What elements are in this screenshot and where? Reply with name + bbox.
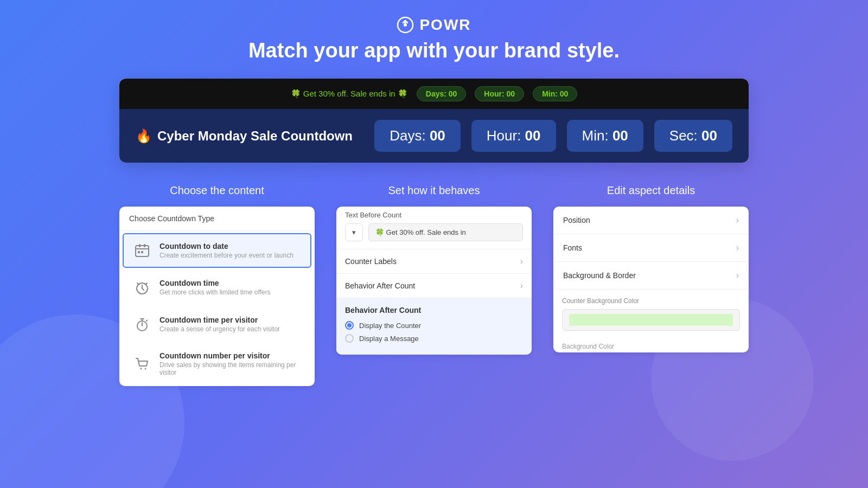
countdown-time-per-visitor-item[interactable]: Countdown time per visitor Create a sens… [123, 307, 311, 342]
text-before-count-label: Text Before Count [345, 211, 523, 219]
svg-point-9 [141, 368, 142, 370]
text-before-dropdown[interactable]: ▾ [345, 223, 363, 241]
svg-point-1 [404, 23, 407, 27]
col1-title: Choose the content [170, 184, 264, 197]
counter-bg-color-label: Counter Background Color [562, 297, 740, 305]
tagline: Match your app with your brand style. [248, 39, 620, 62]
col3-card: Position › Fonts › Background & Border ›… [553, 207, 749, 352]
banner-text: 🍀 Get 30% off. Sale ends in 🍀 [291, 89, 408, 99]
svg-rect-6 [141, 251, 143, 253]
behavior-expanded-section: Behavior After Count Display the Counter… [336, 298, 532, 355]
behavior-after-count-label: Behavior After Count [345, 281, 415, 290]
counter-bg-color-input[interactable] [562, 309, 740, 331]
radio-dot-counter [345, 321, 354, 330]
sec-label: Sec: [669, 127, 698, 144]
svg-rect-4 [144, 244, 145, 247]
position-row[interactable]: Position › [553, 207, 749, 234]
behavior-after-count-row[interactable]: Behavior After Count › [336, 274, 532, 298]
preview-banner-dark: 🍀 Get 30% off. Sale ends in 🍀 Days: 00 H… [119, 79, 749, 109]
alarm-clock-icon [132, 278, 152, 297]
header: POWR Match your app with your brand styl… [248, 16, 620, 62]
column-behavior: Set how it behaves Text Before Count ▾ 🍀… [336, 184, 532, 355]
text-before-input[interactable]: 🍀 Get 30% off. Sale ends in [368, 223, 523, 241]
bg-border-label: Background & Border [563, 271, 636, 280]
countdown-time-desc: Get more clicks with limited time offers [159, 288, 271, 296]
preview-emoji: 🔥 [136, 129, 152, 144]
countdown-number-item[interactable]: Countdown number per visitor Drive sales… [123, 344, 311, 384]
countdown-time-text: Countdown time Get more clicks with limi… [159, 279, 271, 296]
columns-row: Choose the content Choose Countdown Type [119, 184, 749, 386]
svg-rect-3 [139, 244, 141, 247]
radio-dot-message [345, 334, 354, 343]
powr-logo-icon [397, 16, 414, 34]
logo-text: POWR [419, 16, 471, 34]
background-border-row[interactable]: Background & Border › [553, 262, 749, 290]
min-num: 00 [612, 127, 628, 144]
col1-card: Choose Countdown Type Countdo [119, 207, 315, 386]
counter-labels-row[interactable]: Counter Labels › [336, 249, 532, 274]
countdown-to-date-text: Countdown to date Create excitement befo… [159, 242, 293, 259]
text-before-count-wrapper: Text Before Count ▾ 🍀 Get 30% off. Sale … [336, 207, 532, 249]
countdown-to-date-desc: Create excitement before your event or l… [159, 252, 293, 259]
col1-card-header: Choose Countdown Type [119, 207, 315, 231]
countdown-number-title: Countdown number per visitor [159, 351, 302, 360]
text-before-row: ▾ 🍀 Get 30% off. Sale ends in [345, 223, 523, 241]
radio-label-counter: Display the Counter [359, 322, 421, 330]
logo-row: POWR [397, 16, 471, 34]
preview-container: 🍀 Get 30% off. Sale ends in 🍀 Days: 00 H… [119, 79, 749, 163]
col2-title: Set how it behaves [388, 184, 480, 197]
counter-bg-color-section: Counter Background Color [553, 290, 749, 338]
min-label: Min: [582, 127, 609, 144]
banner-min: Min: 00 [533, 86, 577, 101]
countdown-hour-box: Hour: 00 [471, 120, 556, 152]
banner-days: Days: 00 [417, 86, 467, 101]
column-content: Choose the content Choose Countdown Type [119, 184, 315, 386]
calendar-icon [132, 241, 152, 260]
countdown-visitor-desc: Create a sense of urgency for each visit… [159, 325, 280, 333]
countdown-to-date-title: Countdown to date [159, 242, 293, 251]
countdown-min-box: Min: 00 [567, 120, 643, 152]
behavior-expanded-title: Behavior After Count [345, 306, 523, 314]
col2-card: Text Before Count ▾ 🍀 Get 30% off. Sale … [336, 207, 532, 355]
countdown-visitor-title: Countdown time per visitor [159, 316, 280, 324]
fonts-chevron: › [736, 243, 739, 253]
svg-point-10 [145, 368, 146, 370]
position-label: Position [563, 216, 590, 224]
sec-num: 00 [701, 127, 717, 144]
cart-icon [132, 354, 152, 374]
hour-num: 00 [525, 127, 541, 144]
behavior-chevron: › [520, 281, 523, 291]
counter-labels-label: Counter Labels [345, 257, 397, 266]
countdown-sec-box: Sec: 00 [654, 120, 732, 152]
countdown-to-date-item[interactable]: Countdown to date Create excitement befo… [123, 233, 311, 268]
bg-border-chevron: › [736, 271, 739, 280]
col3-title: Edit aspect details [607, 184, 695, 197]
counter-labels-chevron: › [520, 256, 523, 266]
countdown-visitor-text: Countdown time per visitor Create a sens… [159, 316, 280, 333]
stopwatch-icon [132, 314, 152, 334]
column-aspect: Edit aspect details Position › Fonts › B… [553, 184, 749, 352]
countdown-time-item[interactable]: Countdown time Get more clicks with limi… [123, 270, 311, 305]
hour-label: Hour: [487, 127, 521, 144]
svg-rect-5 [138, 251, 140, 253]
page-wrapper: POWR Match your app with your brand styl… [0, 0, 868, 386]
preview-title: 🔥 Cyber Monday Sale Countdown [136, 129, 363, 144]
countdown-time-title: Countdown time [159, 279, 271, 287]
countdown-number-text: Countdown number per visitor Drive sales… [159, 351, 302, 376]
countdown-number-desc: Drive sales by showing the items remaini… [159, 361, 302, 376]
position-chevron: › [736, 215, 739, 225]
countdown-days-box: Days: 00 [374, 120, 461, 152]
preview-banner-blue: 🔥 Cyber Monday Sale Countdown Days: 00 H… [119, 109, 749, 163]
radio-display-counter[interactable]: Display the Counter [345, 321, 523, 330]
bg-color-label: Background Color [553, 338, 749, 352]
fonts-label: Fonts [563, 243, 582, 252]
radio-label-message: Display a Message [359, 335, 419, 343]
counter-bg-color-swatch [569, 314, 733, 326]
fonts-row[interactable]: Fonts › [553, 234, 749, 262]
days-label: Days: [390, 127, 425, 144]
preview-title-text: Cyber Monday Sale Countdown [157, 129, 353, 144]
days-num: 00 [430, 127, 445, 144]
dropdown-arrow: ▾ [352, 228, 356, 236]
radio-display-message[interactable]: Display a Message [345, 334, 523, 343]
banner-hour: Hour: 00 [475, 86, 524, 101]
